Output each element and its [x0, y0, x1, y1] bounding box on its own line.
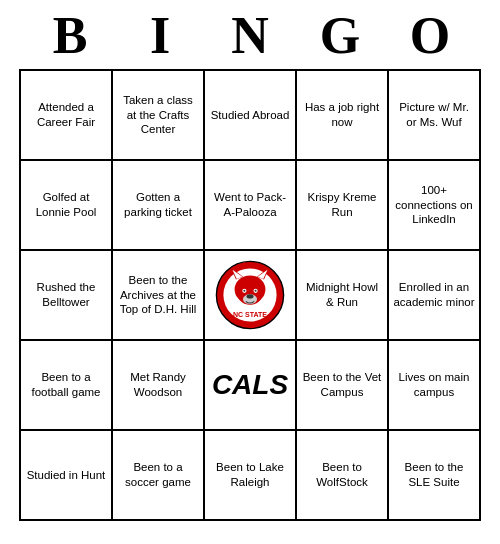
- bingo-cell-24[interactable]: Been to the SLE Suite: [389, 431, 481, 521]
- bingo-cell-1[interactable]: Taken a class at the Crafts Center: [113, 71, 205, 161]
- bingo-cell-9[interactable]: 100+ connections on LinkedIn: [389, 161, 481, 251]
- letter-i: I: [115, 6, 205, 65]
- bingo-cell-11[interactable]: Been to the Archives at the Top of D.H. …: [113, 251, 205, 341]
- bingo-cell-10[interactable]: Rushed the Belltower: [21, 251, 113, 341]
- bingo-cell-20[interactable]: Studied in Hunt: [21, 431, 113, 521]
- bingo-cell-19[interactable]: Lives on main campus: [389, 341, 481, 431]
- bingo-cell-21[interactable]: Been to a soccer game: [113, 431, 205, 521]
- svg-text:NC STATE: NC STATE: [233, 311, 267, 318]
- bingo-cell-22[interactable]: Been to Lake Raleigh: [205, 431, 297, 521]
- svg-point-9: [247, 294, 254, 298]
- bingo-cell-14[interactable]: Enrolled in an academic minor: [389, 251, 481, 341]
- letter-n: N: [205, 6, 295, 65]
- bingo-header: B I N G O: [15, 0, 485, 69]
- letter-o: O: [385, 6, 475, 65]
- bingo-cell-7[interactable]: Went to Pack-A-Palooza: [205, 161, 297, 251]
- bingo-cell-18[interactable]: Been to the Vet Campus: [297, 341, 389, 431]
- bingo-cell-12[interactable]: NC STATE: [205, 251, 297, 341]
- bingo-cell-16[interactable]: Met Randy Woodson: [113, 341, 205, 431]
- bingo-cell-17[interactable]: CALS: [205, 341, 297, 431]
- bingo-cell-13[interactable]: Midnight Howl & Run: [297, 251, 389, 341]
- letter-b: B: [25, 6, 115, 65]
- bingo-cell-23[interactable]: Been to WolfStock: [297, 431, 389, 521]
- letter-g: G: [295, 6, 385, 65]
- bingo-grid: Attended a Career FairTaken a class at t…: [19, 69, 481, 521]
- bingo-cell-8[interactable]: Krispy Kreme Run: [297, 161, 389, 251]
- bingo-cell-6[interactable]: Gotten a parking ticket: [113, 161, 205, 251]
- bingo-cell-0[interactable]: Attended a Career Fair: [21, 71, 113, 161]
- svg-point-12: [243, 290, 245, 292]
- svg-point-13: [255, 290, 257, 292]
- bingo-cell-15[interactable]: Been to a football game: [21, 341, 113, 431]
- bingo-cell-5[interactable]: Golfed at Lonnie Pool: [21, 161, 113, 251]
- bingo-cell-3[interactable]: Has a job right now: [297, 71, 389, 161]
- bingo-cell-2[interactable]: Studied Abroad: [205, 71, 297, 161]
- bingo-cell-4[interactable]: Picture w/ Mr. or Ms. Wuf: [389, 71, 481, 161]
